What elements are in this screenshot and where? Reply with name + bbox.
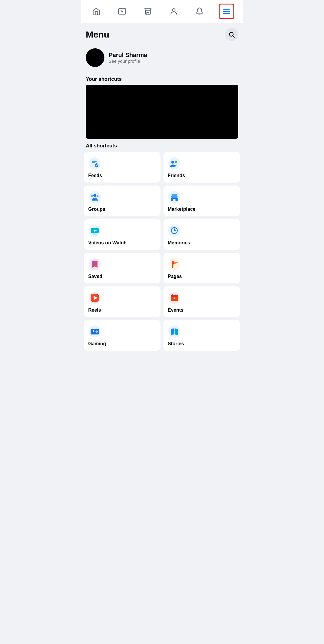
events-shortcut[interactable]: Events (164, 286, 240, 317)
gaming-label: Gaming (88, 341, 156, 346)
shortcuts-grid: Feeds Friends Groups (81, 152, 243, 355)
svg-rect-41 (173, 299, 175, 299)
svg-marker-1 (122, 11, 124, 13)
gaming-shortcut[interactable]: Gaming (84, 320, 160, 351)
search-button[interactable] (225, 28, 238, 41)
stories-shortcut[interactable]: Stories (164, 320, 240, 351)
profile-subtitle: See your profile (109, 59, 147, 64)
groups-icon (88, 190, 101, 204)
events-icon (168, 291, 181, 304)
memories-shortcut[interactable]: Memories (164, 219, 240, 250)
groups-shortcut[interactable]: Groups (84, 186, 160, 216)
videos-on-watch-shortcut[interactable]: Videos on Watch (84, 219, 160, 250)
marketplace-label: Marketplace (168, 207, 236, 212)
svg-point-13 (171, 161, 174, 164)
feeds-shortcut[interactable]: Feeds (84, 152, 160, 183)
profile-nav-icon[interactable] (167, 5, 180, 18)
reels-shortcut[interactable]: Reels (84, 286, 160, 317)
reels-icon (88, 291, 101, 304)
shortcuts-content (86, 85, 238, 139)
profile-info: Parul Sharma See your profile (109, 52, 147, 64)
top-navigation (81, 0, 243, 23)
svg-point-50 (98, 331, 98, 332)
svg-point-14 (175, 161, 177, 163)
feeds-icon (88, 157, 101, 170)
svg-rect-37 (171, 295, 178, 297)
svg-rect-21 (173, 199, 176, 201)
gaming-icon (88, 325, 101, 338)
saved-shortcut[interactable]: Saved (84, 253, 160, 283)
avatar (86, 48, 104, 67)
svg-point-51 (97, 332, 98, 333)
svg-line-7 (233, 36, 234, 37)
svg-point-18 (97, 195, 99, 197)
svg-point-47 (97, 330, 98, 331)
friends-label: Friends (168, 173, 236, 178)
svg-rect-46 (93, 330, 94, 332)
pages-icon (168, 258, 181, 271)
svg-rect-38 (172, 294, 173, 296)
saved-label: Saved (88, 274, 156, 279)
svg-point-49 (97, 331, 98, 332)
svg-point-30 (168, 258, 180, 270)
groups-label: Groups (88, 207, 156, 212)
svg-rect-31 (172, 261, 173, 268)
your-shortcuts-label: Your shortcuts (81, 72, 243, 85)
memories-icon (168, 224, 181, 237)
svg-point-8 (89, 157, 101, 169)
menu-header: Menu (81, 23, 243, 45)
svg-point-48 (96, 331, 97, 332)
memories-label: Memories (168, 240, 236, 246)
pages-shortcut[interactable]: Pages (164, 253, 240, 283)
pages-label: Pages (168, 274, 236, 279)
watch-nav-icon[interactable] (116, 5, 129, 18)
menu-nav-icon[interactable] (219, 4, 234, 19)
friends-shortcut[interactable]: Friends (164, 152, 240, 183)
profile-section[interactable]: Parul Sharma See your profile (81, 45, 243, 72)
marketplace-icon (168, 190, 181, 204)
profile-name: Parul Sharma (109, 52, 147, 59)
marketplace-nav-icon[interactable] (141, 5, 154, 18)
videos-icon (88, 224, 101, 237)
menu-title: Menu (86, 29, 109, 40)
svg-rect-10 (92, 162, 95, 163)
all-shortcuts-label: All shortcuts (81, 139, 243, 152)
home-nav-icon[interactable] (90, 5, 103, 18)
svg-rect-22 (172, 194, 177, 196)
search-icon (228, 31, 235, 38)
svg-rect-26 (92, 234, 97, 234)
friends-icon (168, 157, 181, 170)
svg-point-16 (93, 194, 96, 197)
notifications-nav-icon[interactable] (193, 5, 206, 18)
saved-icon (88, 258, 101, 271)
marketplace-shortcut[interactable]: Marketplace (164, 186, 240, 216)
svg-point-2 (172, 9, 175, 11)
svg-point-12 (168, 157, 180, 169)
events-label: Events (168, 307, 236, 313)
videos-on-watch-label: Videos on Watch (88, 240, 156, 246)
svg-rect-39 (176, 294, 176, 296)
svg-rect-9 (92, 161, 97, 162)
feeds-label: Feeds (88, 173, 156, 178)
svg-point-17 (91, 195, 93, 197)
reels-label: Reels (88, 307, 156, 313)
stories-icon (168, 325, 181, 338)
stories-label: Stories (168, 341, 236, 346)
